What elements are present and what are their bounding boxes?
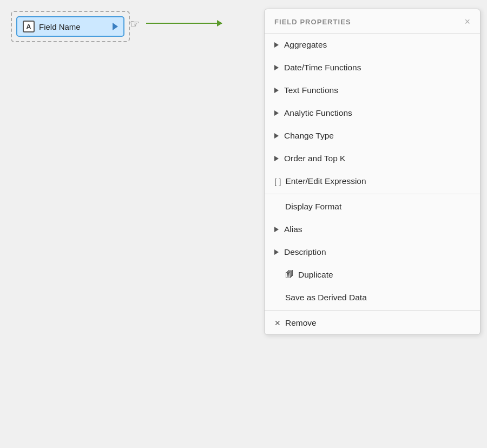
connector-line (146, 23, 222, 24)
chevron-icon (274, 110, 279, 116)
menu-item-duplicate-label: Duplicate (298, 270, 333, 280)
menu-item-expression[interactable]: [ ] Enter/Edit Expression (265, 170, 480, 193)
panel-title: FIELD PROPERTIES (274, 18, 351, 26)
menu-item-change-type-label: Change Type (284, 131, 334, 141)
chevron-icon (274, 156, 279, 161)
field-pill-dashed-border: A Field Name (11, 11, 130, 42)
menu-item-description[interactable]: Description (265, 241, 480, 263)
menu-item-remove[interactable]: ✕ Remove (265, 312, 480, 334)
chevron-icon (274, 249, 279, 255)
times-icon: ✕ (274, 319, 281, 327)
menu-item-text-functions[interactable]: Text Functions (265, 79, 480, 102)
menu-item-analytic-label: Analytic Functions (284, 108, 352, 118)
menu-item-alias-label: Alias (284, 225, 302, 234)
menu-item-analytic[interactable]: Analytic Functions (265, 102, 480, 124)
panel-close-button[interactable]: × (464, 17, 470, 27)
menu-item-save-derived-label: Save as Derived Data (285, 293, 367, 302)
menu-item-datetime-label: Date/Time Functions (284, 63, 361, 73)
menu-item-order-topk-label: Order and Top K (284, 154, 345, 163)
field-properties-panel: FIELD PROPERTIES × Aggregates Date/Time … (264, 9, 481, 335)
menu-item-order-topk[interactable]: Order and Top K (265, 147, 480, 170)
menu-item-display-format-label: Display Format (285, 202, 341, 212)
menu-item-change-type[interactable]: Change Type (265, 124, 480, 147)
connector-arrow (146, 23, 222, 24)
chevron-icon (274, 88, 279, 93)
field-pill[interactable]: A Field Name (16, 16, 124, 37)
menu-item-description-label: Description (284, 247, 326, 257)
bracket-icon: [ ] (274, 177, 281, 186)
chevron-icon (274, 133, 279, 139)
menu-item-aggregates-label: Aggregates (284, 40, 327, 50)
cursor-indicator: ☞ (130, 17, 140, 30)
menu-item-aggregates[interactable]: Aggregates (265, 34, 480, 56)
menu-item-remove-label: Remove (285, 318, 317, 328)
panel-header: FIELD PROPERTIES × (265, 9, 480, 34)
field-pill-expand-arrow[interactable] (113, 23, 118, 30)
duplicate-icon: 🗐 (285, 270, 294, 280)
menu-item-text-label: Text Functions (284, 85, 338, 95)
field-type-icon: A (23, 21, 35, 32)
field-name-label: Field Name (39, 22, 107, 31)
chevron-icon (274, 42, 279, 48)
menu-item-display-format[interactable]: Display Format (265, 195, 480, 218)
menu-item-save-derived[interactable]: Save as Derived Data (265, 286, 480, 309)
menu-item-datetime[interactable]: Date/Time Functions (265, 56, 480, 79)
menu-item-expression-label: Enter/Edit Expression (286, 176, 366, 186)
chevron-icon (274, 65, 279, 70)
menu-item-duplicate[interactable]: 🗐 Duplicate (265, 263, 480, 286)
menu-item-alias[interactable]: Alias (265, 218, 480, 241)
chevron-icon (274, 227, 279, 232)
divider-1 (265, 194, 480, 194)
field-pill-area: A Field Name (11, 11, 130, 42)
divider-2 (265, 310, 480, 311)
